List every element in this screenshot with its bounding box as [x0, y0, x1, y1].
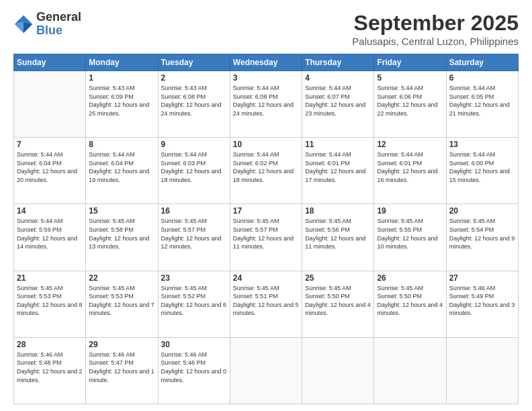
- day-info: Sunrise: 5:46 AMSunset: 5:48 PMDaylight:…: [17, 351, 83, 384]
- day-number: 23: [161, 273, 227, 283]
- day-number: 29: [89, 340, 154, 349]
- calendar-day-header: Wednesday: [230, 54, 302, 71]
- day-number: 14: [17, 206, 83, 216]
- day-info: Sunrise: 5:44 AMSunset: 6:02 PMDaylight:…: [233, 150, 299, 184]
- day-number: 12: [377, 140, 443, 149]
- day-info: Sunrise: 5:44 AMSunset: 6:00 PMDaylight:…: [449, 150, 515, 184]
- day-number: 27: [449, 273, 515, 283]
- calendar-day-cell: 18Sunrise: 5:45 AMSunset: 5:56 PMDayligh…: [302, 204, 374, 271]
- calendar-day-cell: 28Sunrise: 5:46 AMSunset: 5:48 PMDayligh…: [14, 337, 86, 404]
- day-number: 5: [377, 73, 443, 83]
- calendar-day-cell: [302, 337, 374, 404]
- calendar-day-cell: [230, 337, 302, 404]
- calendar-day-cell: [446, 337, 518, 404]
- day-info: Sunrise: 5:44 AMSunset: 6:07 PMDaylight:…: [305, 84, 371, 118]
- logo-line2: Blue: [36, 24, 81, 38]
- day-info: Sunrise: 5:45 AMSunset: 5:50 PMDaylight:…: [305, 284, 371, 318]
- day-number: 3: [233, 73, 299, 83]
- day-info: Sunrise: 5:45 AMSunset: 5:52 PMDaylight:…: [161, 284, 227, 318]
- day-info: Sunrise: 5:45 AMSunset: 5:54 PMDaylight:…: [449, 217, 515, 250]
- day-number: 4: [305, 73, 371, 83]
- day-info: Sunrise: 5:44 AMSunset: 6:03 PMDaylight:…: [161, 150, 227, 184]
- calendar-day-cell: 11Sunrise: 5:44 AMSunset: 6:01 PMDayligh…: [302, 138, 374, 204]
- calendar-day-cell: 16Sunrise: 5:45 AMSunset: 5:57 PMDayligh…: [158, 204, 230, 271]
- title-block: September 2025 Palusapis, Central Luzon,…: [352, 11, 519, 47]
- page-subtitle: Palusapis, Central Luzon, Philippines: [352, 36, 519, 47]
- logo-icon: [13, 14, 34, 34]
- logo: General Blue: [13, 11, 81, 38]
- day-info: Sunrise: 5:43 AMSunset: 6:08 PMDaylight:…: [161, 84, 227, 118]
- calendar-header-row: SundayMondayTuesdayWednesdayThursdayFrid…: [14, 54, 519, 71]
- day-info: Sunrise: 5:45 AMSunset: 5:57 PMDaylight:…: [233, 217, 299, 250]
- day-info: Sunrise: 5:45 AMSunset: 5:53 PMDaylight:…: [89, 284, 154, 318]
- calendar-week-row: 7Sunrise: 5:44 AMSunset: 6:04 PMDaylight…: [14, 138, 519, 204]
- day-info: Sunrise: 5:45 AMSunset: 5:56 PMDaylight:…: [305, 217, 371, 250]
- day-info: Sunrise: 5:45 AMSunset: 5:53 PMDaylight:…: [17, 284, 83, 318]
- day-info: Sunrise: 5:45 AMSunset: 5:57 PMDaylight:…: [161, 217, 227, 250]
- calendar-day-header: Thursday: [302, 54, 374, 71]
- calendar-day-cell: 9Sunrise: 5:44 AMSunset: 6:03 PMDaylight…: [158, 138, 230, 204]
- day-number: 21: [17, 273, 83, 283]
- day-info: Sunrise: 5:44 AMSunset: 6:06 PMDaylight:…: [377, 84, 443, 118]
- calendar-day-cell: 1Sunrise: 5:43 AMSunset: 6:09 PMDaylight…: [86, 71, 158, 138]
- day-info: Sunrise: 5:44 AMSunset: 6:05 PMDaylight:…: [449, 84, 515, 118]
- day-number: 7: [17, 140, 83, 149]
- day-info: Sunrise: 5:45 AMSunset: 5:50 PMDaylight:…: [377, 284, 443, 318]
- day-info: Sunrise: 5:44 AMSunset: 6:04 PMDaylight:…: [17, 150, 83, 184]
- calendar-day-cell: 26Sunrise: 5:45 AMSunset: 5:50 PMDayligh…: [374, 271, 446, 337]
- day-number: 8: [89, 140, 154, 149]
- calendar-day-cell: [374, 337, 446, 404]
- calendar-day-cell: 15Sunrise: 5:45 AMSunset: 5:58 PMDayligh…: [86, 204, 158, 271]
- calendar-week-row: 14Sunrise: 5:44 AMSunset: 5:59 PMDayligh…: [14, 204, 519, 271]
- calendar-day-cell: 30Sunrise: 5:46 AMSunset: 5:46 PMDayligh…: [158, 337, 230, 404]
- calendar-week-row: 1Sunrise: 5:43 AMSunset: 6:09 PMDaylight…: [14, 71, 519, 138]
- calendar-day-cell: 29Sunrise: 5:46 AMSunset: 5:47 PMDayligh…: [86, 337, 158, 404]
- day-number: 30: [161, 340, 227, 349]
- calendar-day-cell: 13Sunrise: 5:44 AMSunset: 6:00 PMDayligh…: [446, 138, 518, 204]
- calendar-day-cell: 8Sunrise: 5:44 AMSunset: 6:04 PMDaylight…: [86, 138, 158, 204]
- day-number: 11: [305, 140, 371, 149]
- day-number: 6: [449, 73, 515, 83]
- calendar-day-cell: 25Sunrise: 5:45 AMSunset: 5:50 PMDayligh…: [302, 271, 374, 337]
- day-number: 15: [89, 206, 154, 216]
- day-number: 1: [89, 73, 154, 83]
- day-info: Sunrise: 5:45 AMSunset: 5:58 PMDaylight:…: [89, 217, 154, 250]
- day-info: Sunrise: 5:44 AMSunset: 6:08 PMDaylight:…: [233, 84, 299, 118]
- calendar-day-header: Tuesday: [158, 54, 230, 71]
- day-number: 9: [161, 140, 227, 149]
- calendar-table: SundayMondayTuesdayWednesdayThursdayFrid…: [13, 54, 519, 404]
- calendar-day-cell: 23Sunrise: 5:45 AMSunset: 5:52 PMDayligh…: [158, 271, 230, 337]
- day-number: 2: [161, 73, 227, 83]
- day-info: Sunrise: 5:46 AMSunset: 5:46 PMDaylight:…: [161, 351, 227, 384]
- day-number: 13: [449, 140, 515, 149]
- day-info: Sunrise: 5:45 AMSunset: 5:51 PMDaylight:…: [233, 284, 299, 318]
- calendar-day-cell: 10Sunrise: 5:44 AMSunset: 6:02 PMDayligh…: [230, 138, 302, 204]
- day-number: 25: [305, 273, 371, 283]
- day-info: Sunrise: 5:44 AMSunset: 5:59 PMDaylight:…: [17, 217, 83, 250]
- day-number: 10: [233, 140, 299, 149]
- day-number: 18: [305, 206, 371, 216]
- day-info: Sunrise: 5:44 AMSunset: 6:01 PMDaylight:…: [377, 150, 443, 184]
- calendar-day-cell: 4Sunrise: 5:44 AMSunset: 6:07 PMDaylight…: [302, 71, 374, 138]
- day-number: 19: [377, 206, 443, 216]
- header: General Blue September 2025 Palusapis, C…: [13, 11, 519, 47]
- page-title: September 2025: [352, 11, 519, 36]
- calendar-day-cell: 14Sunrise: 5:44 AMSunset: 5:59 PMDayligh…: [14, 204, 86, 271]
- day-number: 20: [449, 206, 515, 216]
- calendar-day-header: Saturday: [446, 54, 518, 71]
- calendar-day-cell: 22Sunrise: 5:45 AMSunset: 5:53 PMDayligh…: [86, 271, 158, 337]
- page: General Blue September 2025 Palusapis, C…: [0, 0, 532, 411]
- day-number: 16: [161, 206, 227, 216]
- calendar-day-header: Sunday: [14, 54, 86, 71]
- logo-text: General Blue: [36, 11, 81, 38]
- calendar-day-header: Friday: [374, 54, 446, 71]
- calendar-day-cell: 17Sunrise: 5:45 AMSunset: 5:57 PMDayligh…: [230, 204, 302, 271]
- calendar-day-cell: 7Sunrise: 5:44 AMSunset: 6:04 PMDaylight…: [14, 138, 86, 204]
- day-info: Sunrise: 5:44 AMSunset: 6:04 PMDaylight:…: [89, 150, 154, 184]
- calendar-day-cell: 3Sunrise: 5:44 AMSunset: 6:08 PMDaylight…: [230, 71, 302, 138]
- day-info: Sunrise: 5:45 AMSunset: 5:55 PMDaylight:…: [377, 217, 443, 250]
- day-number: 22: [89, 273, 154, 283]
- calendar-week-row: 21Sunrise: 5:45 AMSunset: 5:53 PMDayligh…: [14, 271, 519, 337]
- calendar-day-cell: [14, 71, 86, 138]
- calendar-day-cell: 27Sunrise: 5:46 AMSunset: 5:49 PMDayligh…: [446, 271, 518, 337]
